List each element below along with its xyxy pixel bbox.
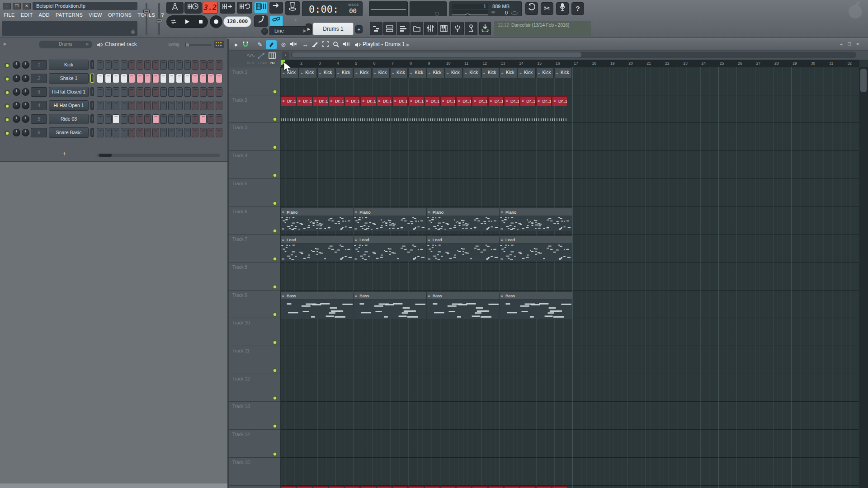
step-4[interactable] [121,74,127,83]
mode-label-pat[interactable]: PAT [270,61,275,65]
clip-lead-1[interactable]: ≡Lead [281,236,353,261]
clip-red-6[interactable] [360,486,376,488]
step-12[interactable] [184,87,191,97]
clip-kick-10[interactable]: ≡Kick [445,67,462,78]
clip-kick-9[interactable]: ≡Kick [427,67,444,78]
step-16[interactable] [216,114,222,124]
menu-item-view[interactable]: VIEW [89,12,102,19]
channel-select-strip[interactable] [90,60,94,69]
clip-dr1-10[interactable]: ≡Dr..1 [425,96,440,106]
track-led-4[interactable] [273,173,277,178]
clip-dr1-15[interactable]: ≡Dr..1 [504,96,519,106]
step-10[interactable] [168,101,175,110]
channel-rack-button[interactable] [383,22,396,35]
clip-dr1-7[interactable]: ≡Dr..1 [377,96,392,106]
step-16[interactable] [216,60,222,70]
channel-group-selector[interactable]: Drums▶ [39,41,92,48]
mute-tool-button[interactable] [288,40,298,49]
step-4[interactable] [121,101,127,110]
add-channel-button[interactable]: + [60,150,69,158]
channel-number[interactable]: 5 [31,114,47,124]
slip-tool-button[interactable]: ↔ [300,40,310,49]
clip-piano-1[interactable]: ≡Piano [281,208,353,231]
mic-record-button[interactable] [556,2,569,15]
channel-name-button[interactable]: Shake 1 [49,73,89,84]
channel-select-strip[interactable] [90,114,94,123]
clip-bass-3[interactable]: ≡Bass [427,292,499,319]
rack-scroll-right-icon[interactable]: › [222,154,223,158]
close-button[interactable]: ✕ [23,3,31,9]
oscilloscope[interactable] [369,1,408,16]
clip-dr1-13[interactable]: ≡Dr..1 [472,96,487,106]
typing-link-button[interactable] [269,15,283,27]
step-15[interactable] [208,60,214,70]
menu-item-add[interactable]: ADD [39,12,50,19]
snap-magnet-button[interactable] [241,40,250,49]
performance-wave-icon[interactable] [247,53,255,58]
paint-tool-button[interactable] [266,40,277,49]
step-12[interactable] [184,74,191,83]
step-2[interactable] [105,60,112,70]
step-10[interactable] [168,60,175,70]
step-14[interactable] [200,128,207,137]
channel-select-strip[interactable] [90,101,94,110]
channel-select-strip[interactable] [90,74,94,83]
step-2[interactable] [105,74,112,83]
rack-collapse-arrow-icon[interactable]: ▶ [4,42,7,46]
playback-tool-button[interactable] [341,40,351,49]
secondary-scope[interactable] [410,1,447,16]
step-8[interactable] [152,60,159,70]
clip-dr1-14[interactable]: ≡Dr..1 [488,96,504,106]
track-led-9[interactable] [273,312,277,317]
slide-link-icon[interactable] [258,52,265,59]
step-5[interactable] [128,74,135,83]
scroll-left-button[interactable]: ‹ [282,52,289,59]
clip-piano-3[interactable]: ≡Piano [427,208,499,231]
step-6[interactable] [137,128,143,137]
clip-dr1-18[interactable]: ≡Dr..1 [552,96,567,106]
step-16[interactable] [216,74,222,83]
pattern-new-button[interactable]: + [355,25,363,33]
piano-roll-mini-icon[interactable] [269,52,276,59]
step-9[interactable] [160,128,167,137]
rack-horizontal-scrollbar[interactable] [97,154,220,157]
mode-label-chan[interactable]: CHAN [258,61,266,65]
step-9[interactable] [160,60,167,70]
step-7[interactable] [144,74,151,83]
news-ticker[interactable]: 12.12Dancefair (13/14 Feb - 2016) [495,21,590,36]
clip-red-16[interactable] [520,486,535,488]
step-14[interactable] [200,74,207,83]
track-led-6[interactable] [273,229,277,233]
metronome-button[interactable] [184,2,202,14]
channel-volume-knob[interactable] [22,75,29,82]
playlist-maximize-button[interactable]: ❐ [846,42,853,47]
track-header-13[interactable]: Track 13 [232,404,250,409]
track-header-7[interactable]: Track 7 [232,237,247,242]
pattern-cycle-button[interactable] [237,2,252,14]
draw-tool-button[interactable]: ✎ [255,40,265,49]
clip-red-15[interactable] [504,486,519,488]
browser-button[interactable] [410,22,423,35]
playlist-title[interactable]: Playlist - Drums 1 ▶ [363,41,410,47]
step-3[interactable] [113,114,119,124]
step-5[interactable] [128,128,135,137]
track-led-5[interactable] [273,201,277,206]
clip-dr1-8[interactable]: ≡Dr..1 [392,96,408,106]
track-led-8[interactable] [273,285,277,289]
channel-enable-led[interactable] [5,63,9,68]
track-led-14[interactable] [273,452,277,456]
channel-volume-knob[interactable] [22,129,29,136]
clip-red-10[interactable] [425,486,440,488]
clip-kick-11[interactable]: ≡Kick [463,67,481,78]
track-header-15[interactable]: Track 15 [232,460,250,465]
step-3[interactable] [113,101,119,110]
step-5[interactable] [128,60,135,70]
position-display[interactable]: 3.2 [203,2,218,14]
step-16[interactable] [216,101,222,110]
clip-dr1-16[interactable]: ≡Dr..1 [520,96,535,106]
clip-kick-7[interactable]: ≡Kick [390,67,408,78]
playlist-button[interactable] [370,22,382,35]
clip-red-3[interactable] [313,486,328,488]
step-5[interactable] [128,101,135,110]
master-volume-slider[interactable] [158,3,160,35]
